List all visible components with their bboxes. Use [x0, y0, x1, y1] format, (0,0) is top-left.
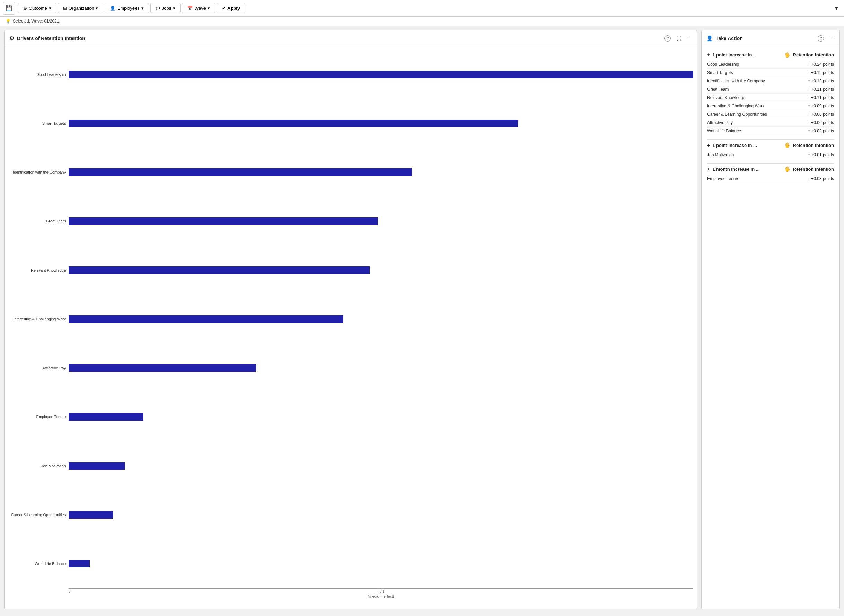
action-row: Smart Targets↑ +0.19 points	[707, 69, 834, 77]
save-icon: 💾	[6, 5, 12, 12]
tag-icon: 🏷	[156, 6, 160, 11]
bar-fill	[69, 267, 370, 274]
bar-label: Good Leadership	[8, 72, 69, 76]
action-row: Relevant Knowledge↑ +0.11 points	[707, 94, 834, 102]
action-row: Job Motivation↑ +0.01 points	[707, 151, 834, 159]
action-value: ↑ +0.11 points	[808, 95, 834, 100]
minus-icon-right: −	[829, 35, 833, 41]
check-icon: ✔	[222, 6, 226, 11]
bar-row: Job Motivation	[8, 441, 693, 490]
main-content: ⚙ Drivers of Retention Intention ? ⛶ − G…	[0, 26, 844, 613]
bar-row: Career & Learning Opportunities	[8, 490, 693, 539]
action-label: Attractive Pay	[707, 120, 808, 125]
axis-zero-label: 0	[69, 590, 71, 594]
action-label: Good Leadership	[707, 62, 808, 67]
action-value: ↑ +0.09 points	[808, 103, 834, 109]
arrow-up-icon: ↑	[808, 62, 810, 67]
hand-icon: 🖐	[784, 142, 790, 148]
action-value: ↑ +0.02 points	[808, 128, 834, 133]
bar-row: Relevant Knowledge	[8, 246, 693, 295]
bar-track	[69, 393, 693, 441]
wave-button[interactable]: 📅 Wave ▾	[182, 3, 215, 13]
outcome-button[interactable]: ⊕ Outcome ▾	[18, 3, 56, 13]
bar-fill	[69, 511, 113, 519]
section-header-right: 🖐 Retention Intention	[784, 142, 834, 148]
section-header-left: +1 point increase in ...	[707, 52, 784, 57]
arrow-up-icon: ↑	[808, 111, 810, 117]
axis-caption: (medium effect)	[69, 594, 693, 598]
filter-button[interactable]: ▼	[832, 3, 841, 13]
action-label: Relevant Knowledge	[707, 95, 808, 100]
hand-icon: 🖐	[784, 52, 790, 57]
action-value: ↑ +0.06 points	[808, 120, 834, 125]
section-header-row: +1 month increase in ...🖐 Retention Inte…	[707, 166, 834, 172]
bar-track	[69, 295, 693, 343]
fullscreen-button[interactable]: ⛶	[675, 35, 683, 42]
chevron-down-icon: ▾	[208, 6, 210, 11]
bar-fill	[69, 169, 412, 176]
top-nav: 💾 ⊕ Outcome ▾ ⊞ Organization ▾ 👤 Employe…	[0, 0, 844, 17]
bar-row: Great Team	[8, 197, 693, 246]
action-value: ↑ +0.01 points	[808, 152, 834, 157]
minimize-button-right[interactable]: −	[828, 34, 835, 43]
apply-button[interactable]: ✔ Apply	[217, 3, 245, 13]
bar-label: Interesting & Challenging Work	[8, 317, 69, 321]
bar-fill	[69, 462, 125, 470]
section-header-row: +1 point increase in ...🖐 Retention Inte…	[707, 52, 834, 57]
section-header-left: +1 point increase in ...	[707, 142, 784, 148]
arrow-up-icon: ↑	[808, 103, 810, 109]
arrow-up-icon: ↑	[808, 70, 810, 75]
action-row: Work-Life Balance↑ +0.02 points	[707, 127, 834, 135]
bar-fill	[69, 120, 518, 127]
question-icon: ?	[665, 35, 671, 41]
help-button-left[interactable]: ?	[663, 34, 672, 42]
bar-row: Employee Tenure	[8, 393, 693, 441]
action-row: Interesting & Challenging Work↑ +0.09 po…	[707, 102, 834, 110]
action-value: ↑ +0.03 points	[808, 176, 834, 181]
filter-icon: ▼	[834, 5, 839, 11]
bar-track	[69, 246, 693, 295]
help-button-right[interactable]: ?	[816, 34, 825, 42]
section-header-left: +1 month increase in ...	[707, 166, 784, 172]
save-button[interactable]: 💾	[3, 2, 15, 15]
jobs-button[interactable]: 🏷 Jobs ▾	[150, 3, 181, 13]
action-label: Identification with the Company	[707, 79, 808, 84]
bar-fill	[69, 217, 378, 225]
bar-row: Interesting & Challenging Work	[8, 295, 693, 343]
bar-track	[69, 441, 693, 490]
bar-fill	[69, 560, 90, 568]
plus-icon: +	[707, 166, 710, 172]
hand-icon: 🖐	[784, 166, 790, 172]
bar-track	[69, 540, 693, 588]
action-value: ↑ +0.24 points	[808, 62, 834, 67]
action-row: Employee Tenure↑ +0.03 points	[707, 175, 834, 183]
bar-row: Work-Life Balance	[8, 540, 693, 588]
chevron-down-icon: ▾	[173, 6, 175, 11]
right-panel-header: 👤 Take Action ? −	[702, 31, 840, 47]
minus-icon: −	[687, 35, 690, 41]
employees-button[interactable]: 👤 Employees ▾	[105, 3, 149, 13]
action-row: Good Leadership↑ +0.24 points	[707, 60, 834, 69]
action-row: Identification with the Company↑ +0.13 p…	[707, 77, 834, 85]
bar-label: Smart Targets	[8, 121, 69, 125]
plus-icon: +	[707, 142, 710, 148]
right-panel-title: Take Action	[716, 36, 813, 41]
bar-fill	[69, 364, 256, 372]
compass-icon: ⊕	[23, 6, 27, 11]
action-label: Smart Targets	[707, 70, 808, 75]
arrow-up-icon: ↑	[808, 176, 810, 181]
action-label: Job Motivation	[707, 153, 808, 157]
bar-label: Great Team	[8, 219, 69, 223]
organization-button[interactable]: ⊞ Organization ▾	[58, 3, 104, 13]
action-label: Employee Tenure	[707, 176, 808, 181]
selected-bar: 💡 Selected: Wave: 01/2021.	[0, 17, 844, 26]
bar-fill	[69, 315, 343, 323]
arrow-up-icon: ↑	[808, 87, 810, 92]
bar-label: Identification with the Company	[8, 170, 69, 174]
bar-label: Employee Tenure	[8, 415, 69, 419]
minimize-button-left[interactable]: −	[685, 34, 692, 43]
action-value: ↑ +0.11 points	[808, 87, 834, 92]
lightbulb-icon: 💡	[6, 19, 11, 23]
arrow-up-icon: ↑	[808, 128, 810, 133]
bar-label: Attractive Pay	[8, 366, 69, 370]
